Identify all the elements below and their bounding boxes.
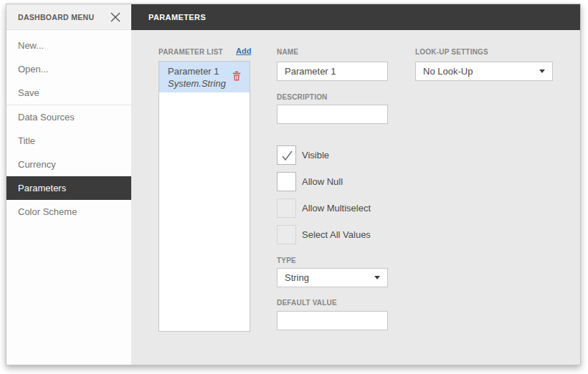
- lookup-settings-label: LOOK-UP SETTINGS: [415, 48, 488, 56]
- visible-checkbox-row: Visible: [277, 145, 329, 165]
- page-title: PARAMETERS: [148, 13, 206, 21]
- visible-checkbox[interactable]: [277, 145, 296, 165]
- page-header: PARAMETERS: [131, 4, 580, 30]
- sidebar-item-color-scheme[interactable]: Color Scheme: [6, 200, 131, 224]
- add-parameter-link[interactable]: Add: [236, 47, 250, 55]
- allow-null-checkbox[interactable]: [277, 172, 296, 191]
- allow-null-label: Allow Null: [302, 176, 343, 187]
- type-value: String: [285, 272, 374, 283]
- chevron-down-icon: [539, 69, 545, 73]
- sidebar-item-new[interactable]: New...: [6, 34, 131, 57]
- sidebar-item-open[interactable]: Open...: [6, 57, 131, 81]
- lookup-settings-value: No Look-Up: [423, 66, 539, 77]
- description-input[interactable]: [277, 105, 388, 124]
- sidebar-menu: New... Open... Save Data Sources Title C…: [6, 30, 131, 224]
- sidebar-item-title[interactable]: Title: [6, 129, 131, 153]
- select-all-values-label: Select All Values: [302, 229, 371, 240]
- close-icon[interactable]: [108, 10, 123, 24]
- parameters-panel: PARAMETER LIST Add Parameter 1 System.St…: [131, 30, 580, 365]
- name-label: NAME: [277, 48, 298, 56]
- sidebar-item-save[interactable]: Save: [6, 81, 131, 105]
- dashboard-designer-window: DASHBOARD MENU New... Open... Save Data …: [6, 4, 581, 365]
- sidebar-item-data-sources[interactable]: Data Sources: [6, 105, 131, 129]
- allow-multiselect-label: Allow Multiselect: [302, 203, 371, 214]
- select-all-values-checkbox-row: Select All Values: [277, 225, 371, 244]
- visible-label: Visible: [302, 150, 329, 160]
- allow-null-checkbox-row: Allow Null: [277, 172, 343, 191]
- allow-multiselect-checkbox-row: Allow Multiselect: [277, 198, 371, 218]
- parameter-list-item[interactable]: Parameter 1 System.String: [159, 62, 250, 92]
- parameter-type-text: System.String: [168, 78, 226, 89]
- select-all-values-checkbox[interactable]: [277, 225, 296, 244]
- type-label: TYPE: [277, 256, 296, 264]
- lookup-settings-select[interactable]: No Look-Up: [415, 62, 553, 81]
- default-value-label: DEFAULT VALUE: [277, 299, 337, 307]
- allow-multiselect-checkbox[interactable]: [277, 198, 296, 218]
- chevron-down-icon: [374, 276, 380, 279]
- default-value-input[interactable]: [277, 311, 388, 330]
- parameter-name-text: Parameter 1: [168, 66, 219, 77]
- dashboard-menu-sidebar: DASHBOARD MENU New... Open... Save Data …: [6, 4, 131, 365]
- parameter-list: Parameter 1 System.String: [158, 61, 250, 332]
- sidebar-item-currency[interactable]: Currency: [6, 153, 131, 176]
- sidebar-item-parameters[interactable]: Parameters: [6, 176, 131, 200]
- delete-parameter-icon[interactable]: [231, 70, 242, 82]
- name-input[interactable]: [277, 62, 388, 81]
- sidebar-title: DASHBOARD MENU: [18, 13, 108, 21]
- type-select[interactable]: String: [277, 268, 388, 287]
- description-label: DESCRIPTION: [277, 93, 328, 101]
- parameter-list-label: PARAMETER LIST: [158, 48, 223, 56]
- sidebar-header: DASHBOARD MENU: [6, 4, 131, 30]
